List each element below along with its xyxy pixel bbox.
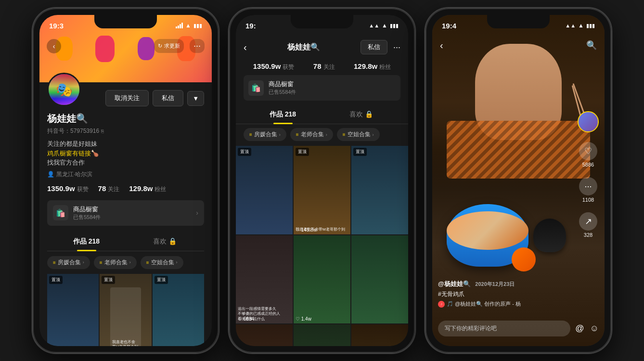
grid-video[interactable]: 我喜老也不舍带M老哥那个到 置顶 ♡ 149.8w xyxy=(294,146,350,234)
collection-fangmei-2[interactable]: ≡ 房媛合集 › xyxy=(244,128,286,141)
avatar-row: 🎭 取消关注 私信 ▼ xyxy=(47,73,204,106)
phone-frame-3: 19:4 ▲▲ ▲ ▮▮▮ ‹ 🔍 xyxy=(425,7,612,354)
comment-input[interactable]: 写下你的精彩评论吧 xyxy=(438,321,570,336)
power-button xyxy=(415,85,416,114)
username: 杨娃娃🔍 xyxy=(47,112,204,125)
comment-icon: ··· xyxy=(579,177,597,195)
profile-section: 🎭 取消关注 私信 ▼ 杨娃娃🔍 抖音号：579753916 ⎘ xyxy=(39,73,212,346)
message-button-2[interactable]: 私信 xyxy=(361,40,387,54)
tab-works[interactable]: 作品 218 xyxy=(47,232,126,251)
collection-icon: ≡ xyxy=(146,260,149,265)
pinned-badge: 置顶 xyxy=(296,148,309,156)
back-button-2[interactable]: ‹ xyxy=(244,42,247,53)
back-button-3[interactable]: ‹ xyxy=(440,40,443,51)
avatar: 🎭 xyxy=(47,73,81,106)
copy-icon[interactable]: ⎘ xyxy=(101,129,104,134)
bio-line1: 关注的都是好姐妹 xyxy=(47,139,204,149)
phone-2: 19: ▲▲ ▲ ▮▮▮ ‹ 杨娃娃🔍 私信 ··· xyxy=(228,7,416,354)
tab-likes[interactable]: 喜欢 🔒 xyxy=(126,232,204,251)
chevron-icon: › xyxy=(129,260,131,265)
stats-row: 1350.9w 获赞 78 关注 129.8w 粉丝 xyxy=(47,184,204,193)
pinned-badge: 置顶 xyxy=(353,148,367,156)
stat-following-2: 78 关注 xyxy=(313,62,335,71)
collections-row: ≡ 房媛合集 › ≡ 老师合集 › ≡ 空姐合集 › xyxy=(47,256,204,274)
at-icon[interactable]: @ xyxy=(575,323,584,334)
music-icon: ♪ xyxy=(438,301,445,308)
bio-line3: 找我官方合作 xyxy=(47,158,204,168)
grid-item[interactable]: 我喜老也不舍带M老哥那个到 置顶 ♡ 149.8w xyxy=(100,274,151,347)
grid-video[interactable] xyxy=(236,324,293,346)
search-button[interactable]: 🔍 xyxy=(586,40,597,51)
grid-video[interactable] xyxy=(294,324,350,346)
phone1-content: 19:3 ▲ ▮▮▮ xyxy=(39,15,212,346)
unfollow-button[interactable]: 取消关注 xyxy=(105,90,149,106)
silent-button xyxy=(228,66,229,83)
volume-up-button xyxy=(32,90,33,116)
volume-up-button xyxy=(425,90,425,116)
grid-video[interactable] xyxy=(351,235,408,324)
action-buttons: 取消关注 私信 ▼ xyxy=(105,90,204,106)
stat-followers-2: 129.8w 粉丝 xyxy=(354,62,391,71)
more-button-2[interactable]: ··· xyxy=(393,42,400,52)
shop-info: 商品橱窗 已售5584件 xyxy=(73,205,191,221)
food-area xyxy=(447,187,566,284)
bowl xyxy=(447,204,528,267)
shop-widget[interactable]: 🛍️ 商品橱窗 已售5584件 › xyxy=(47,200,204,226)
collections-2: ≡ 房媛合集 › ≡ 老师合集 › ≡ 空姐合集 › xyxy=(236,128,408,146)
status-icons-2: ▲▲ ▲ ▮▮▮ xyxy=(369,22,399,29)
share-action[interactable]: ↗ 328 xyxy=(579,212,597,238)
update-button[interactable]: ↻ 求更新 xyxy=(154,39,184,53)
wifi-icon: ▲ xyxy=(578,22,584,29)
chevron-icon: › xyxy=(373,132,374,137)
grid-video[interactable]: 置顶 xyxy=(236,146,293,234)
shop-arrow: › xyxy=(196,209,198,217)
collection-fangmei[interactable]: ≡ 房媛合集 › xyxy=(47,256,90,269)
collection-icon: ≡ xyxy=(100,260,103,265)
bowl-contents xyxy=(447,211,528,250)
grid-video[interactable]: 追出一段感情需要多久不够傻的已感成正经的人看出更多点什么 ♡ 6684 xyxy=(236,235,293,324)
collection-laoshi-2[interactable]: ≡ 老师合集 › xyxy=(290,128,333,141)
tabs-2: 作品 218 喜欢 🔒 xyxy=(236,105,408,124)
phone-screen-1: 19:3 ▲ ▮▮▮ xyxy=(39,15,212,346)
grid-video[interactable]: ♡ 1.4w xyxy=(294,235,350,324)
notch-3 xyxy=(487,15,550,28)
shop-icon-2: 🛍️ xyxy=(248,80,264,96)
grid-video[interactable]: 置顶 xyxy=(351,146,408,234)
volume-down-button xyxy=(425,124,425,150)
hashtag: #无骨鸡爪 xyxy=(438,290,571,298)
header-actions: ↻ 求更新 ··· xyxy=(154,39,205,53)
bio-line2: 鸡爪橱窗有链接🍗 xyxy=(47,149,204,158)
shop-banner-2[interactable]: 🛍️ 商品橱窗 已售5584件 xyxy=(244,75,400,101)
video-grid: 置顶 ♡ 13.0w 我喜老也不舍带M老哥那个到 置顶 ♡ 149.8w xyxy=(47,274,204,347)
collection-laoshi[interactable]: ≡ 老师合集 › xyxy=(94,256,137,269)
chevron-icon: › xyxy=(279,132,281,137)
like-count: ♡ 1.4w xyxy=(296,316,311,322)
grid-item[interactable]: 置顶 xyxy=(153,274,204,347)
emoji-icon[interactable]: ☺ xyxy=(590,323,599,334)
back-button[interactable]: ‹ xyxy=(47,39,61,53)
status-icons: ▲ ▮▮▮ xyxy=(176,22,202,29)
header-username: 杨娃娃🔍 xyxy=(253,42,355,52)
stat-likes-2: 1350.9w 获赞 xyxy=(253,62,295,71)
tab-works-2[interactable]: 作品 218 xyxy=(244,105,322,124)
video-header: ‹ 🔍 xyxy=(432,36,605,55)
like-action[interactable]: ♡ 5886 xyxy=(579,142,597,168)
grid-item[interactable]: 置顶 ♡ 13.0w xyxy=(47,274,99,347)
power-button xyxy=(611,85,612,114)
video-author-avatar[interactable] xyxy=(578,111,599,132)
grid-video[interactable] xyxy=(351,324,408,346)
stack-icon: ≡ xyxy=(249,132,252,137)
collection-kongjie[interactable]: ≡ 空姐合集 › xyxy=(141,256,183,269)
more-button[interactable]: ··· xyxy=(190,39,205,53)
comment-action[interactable]: ··· 1108 xyxy=(579,177,597,203)
tab-likes-2[interactable]: 喜欢 🔒 xyxy=(322,105,400,124)
pinned-badge: 置顶 xyxy=(238,148,251,156)
message-button[interactable]: 私信 xyxy=(153,90,183,106)
phone-frame-1: 19:3 ▲ ▮▮▮ xyxy=(32,7,219,354)
dropdown-button[interactable]: ▼ xyxy=(187,91,204,106)
pinned-badge: 置顶 xyxy=(155,276,168,284)
collection-kongjie-2[interactable]: ≡ 空姐合集 › xyxy=(337,128,380,141)
right-sidebar: ♡ 5886 ··· 1108 ↗ 328 xyxy=(578,111,599,238)
collection-icon: ≡ xyxy=(53,260,56,265)
content-tabs: 作品 218 喜欢 🔒 xyxy=(47,232,204,251)
